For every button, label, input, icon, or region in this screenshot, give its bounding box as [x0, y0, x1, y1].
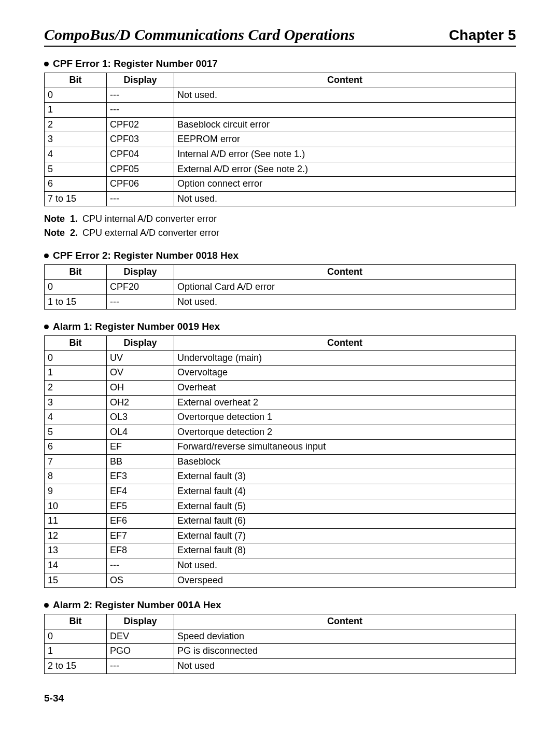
table-cell-content: Overspeed: [174, 573, 516, 588]
table-row: 5CPF05External A/D error (See note 2.): [45, 162, 516, 177]
section: CPF Error 2: Register Number 0018 HexBit…: [44, 250, 516, 310]
table-cell-display: CPF03: [107, 132, 174, 147]
table-cell-content: External fault (8): [174, 543, 516, 558]
table-row: 3CPF03EEPROM error: [45, 132, 516, 147]
table-cell-display: OV: [107, 366, 174, 381]
table-row: 0---Not used.: [45, 88, 516, 103]
table-cell-display: OH: [107, 380, 174, 395]
table-cell-display: DEV: [107, 629, 174, 644]
note-label: Note: [44, 214, 70, 224]
table-header-row: BitDisplayContent: [45, 265, 516, 280]
table-cell-bit: 11: [45, 514, 107, 529]
table-cell-bit: 1: [45, 644, 107, 659]
table-row: 14---Not used.: [45, 558, 516, 573]
table-row: 8EF3External fault (3): [45, 469, 516, 484]
table-row: 3OH2External overheat 2: [45, 395, 516, 410]
table-cell-display: BB: [107, 454, 174, 469]
table-cell-content: Undervoltage (main): [174, 350, 516, 366]
table-cell-content: [174, 103, 516, 118]
table-cell-display: ---: [107, 294, 174, 310]
table-cell-content: Not used: [174, 659, 516, 674]
table-cell-display: EF4: [107, 484, 174, 499]
table-row: 15OSOverspeed: [45, 573, 516, 588]
table-cell-bit: 14: [45, 558, 107, 573]
table-cell-bit: 6: [45, 440, 107, 455]
table-cell-content: Option connect error: [174, 177, 516, 192]
bullet-icon: [44, 603, 49, 608]
table-row: 1 to 15---Not used.: [45, 294, 516, 310]
table-header-cell: Content: [174, 336, 516, 351]
table-cell-content: External A/D error (See note 2.): [174, 162, 516, 177]
table-row: 7BBBaseblock: [45, 454, 516, 469]
table-cell-display: EF5: [107, 499, 174, 514]
table-cell-display: EF7: [107, 528, 174, 543]
table-cell-display: EF6: [107, 514, 174, 529]
table-cell-content: Forward/reverse simultaneous input: [174, 440, 516, 455]
table-cell-bit: 5: [45, 162, 107, 177]
table-cell-content: External fault (3): [174, 469, 516, 484]
table-row: 1PGOPG is disconnected: [45, 644, 516, 659]
page-header: CompoBus/D Communications Card Operation…: [44, 26, 516, 47]
table-row: 0DEVSpeed deviation: [45, 629, 516, 644]
table-row: 12EF7External fault (7): [45, 528, 516, 543]
table-cell-content: Not used.: [174, 88, 516, 103]
table-row: 6EFForward/reverse simultaneous input: [45, 440, 516, 455]
notes: Note1.CPU internal A/D converter errorNo…: [44, 214, 516, 238]
sections-container: CPF Error 1: Register Number 0017BitDisp…: [44, 58, 516, 674]
table-cell-content: External fault (7): [174, 528, 516, 543]
table-cell-bit: 10: [45, 499, 107, 514]
data-table: BitDisplayContent0DEVSpeed deviation1PGO…: [44, 614, 516, 673]
table-row: 9EF4External fault (4): [45, 484, 516, 499]
section-heading-text: Alarm 2: Register Number 001A Hex: [53, 599, 221, 611]
table-cell-content: External fault (5): [174, 499, 516, 514]
bullet-icon: [44, 254, 49, 258]
table-cell-content: Not used.: [174, 191, 516, 206]
table-cell-bit: 2 to 15: [45, 659, 107, 674]
table-cell-display: EF: [107, 440, 174, 455]
header-chapter: Chapter 5: [449, 27, 516, 44]
table-row: 1---: [45, 103, 516, 118]
table-cell-display: CPF06: [107, 177, 174, 192]
table-cell-display: ---: [107, 103, 174, 118]
table-cell-content: External fault (6): [174, 514, 516, 529]
table-cell-content: External fault (4): [174, 484, 516, 499]
table-cell-bit: 9: [45, 484, 107, 499]
table-cell-display: EF3: [107, 469, 174, 484]
table-row: 5OL4Overtorque detection 2: [45, 425, 516, 440]
table-cell-content: Overheat: [174, 380, 516, 395]
table-cell-bit: 15: [45, 573, 107, 588]
table-cell-content: Not used.: [174, 558, 516, 573]
table-cell-bit: 1: [45, 366, 107, 381]
table-cell-display: ---: [107, 558, 174, 573]
table-cell-content: Overvoltage: [174, 366, 516, 381]
section-heading: Alarm 1: Register Number 0019 Hex: [44, 321, 516, 332]
table-cell-display: CPF20: [107, 279, 174, 294]
table-cell-content: External overheat 2: [174, 395, 516, 410]
table-header-cell: Bit: [45, 614, 107, 629]
section-heading: Alarm 2: Register Number 001A Hex: [44, 599, 516, 611]
table-header-cell: Content: [174, 73, 516, 88]
table-cell-display: OS: [107, 573, 174, 588]
table-cell-bit: 8: [45, 469, 107, 484]
table-cell-bit: 13: [45, 543, 107, 558]
note-row: Note2.CPU external A/D converter error: [44, 228, 516, 238]
table-row: 4CPF04Internal A/D error (See note 1.): [45, 147, 516, 162]
table-cell-content: Overtorque detection 2: [174, 425, 516, 440]
table-cell-bit: 2: [45, 380, 107, 395]
table-row: 2OHOverheat: [45, 380, 516, 395]
section-heading: CPF Error 2: Register Number 0018 Hex: [44, 250, 516, 261]
table-cell-bit: 4: [45, 147, 107, 162]
table-header-row: BitDisplayContent: [45, 614, 516, 629]
table-cell-bit: 4: [45, 410, 107, 425]
note-number: 1.: [70, 214, 82, 224]
table-cell-display: OL4: [107, 425, 174, 440]
table-header-cell: Content: [174, 614, 516, 629]
table-cell-content: EEPROM error: [174, 132, 516, 147]
table-cell-display: CPF02: [107, 117, 174, 132]
table-header-cell: Bit: [45, 265, 107, 280]
table-cell-bit: 0: [45, 279, 107, 294]
section-heading-text: CPF Error 2: Register Number 0018 Hex: [53, 250, 239, 261]
table-cell-bit: 7 to 15: [45, 191, 107, 206]
table-row: 11EF6External fault (6): [45, 514, 516, 529]
data-table: BitDisplayContent0---Not used.1---2CPF02…: [44, 73, 516, 206]
